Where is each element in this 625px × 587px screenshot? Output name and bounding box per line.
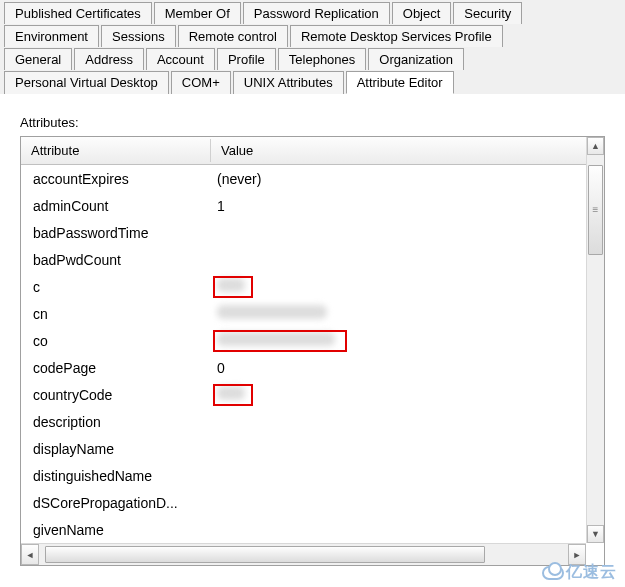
listview-header: Attribute Value <box>21 137 604 165</box>
column-header-value[interactable]: Value <box>211 139 604 162</box>
attribute-value: 0 <box>211 360 604 376</box>
table-row[interactable]: distinguishedName <box>21 462 604 489</box>
tab-password-replication[interactable]: Password Replication <box>243 2 390 24</box>
attributes-listview: Attribute Value accountExpires(never)adm… <box>20 136 605 566</box>
table-row[interactable]: codePage0 <box>21 354 604 381</box>
tab-strip: Published CertificatesMember OfPassword … <box>0 0 625 94</box>
attribute-name: co <box>21 333 211 349</box>
attribute-value <box>211 278 604 295</box>
tab-telephones[interactable]: Telephones <box>278 48 367 70</box>
tab-remote-control[interactable]: Remote control <box>178 25 288 47</box>
vscroll-thumb[interactable] <box>588 165 603 255</box>
attribute-name: badPasswordTime <box>21 225 211 241</box>
tab-general[interactable]: General <box>4 48 72 70</box>
tab-personal-virtual-desktop[interactable]: Personal Virtual Desktop <box>4 71 169 94</box>
attribute-value: (never) <box>211 171 604 187</box>
attribute-name: distinguishedName <box>21 468 211 484</box>
tab-account[interactable]: Account <box>146 48 215 70</box>
table-row[interactable]: displayName <box>21 435 604 462</box>
tab-member-of[interactable]: Member Of <box>154 2 241 24</box>
table-row[interactable]: dSCorePropagationD... <box>21 489 604 516</box>
vertical-scrollbar[interactable]: ▲ ▼ <box>586 137 604 543</box>
tab-object[interactable]: Object <box>392 2 452 24</box>
tab-remote-desktop-services-profile[interactable]: Remote Desktop Services Profile <box>290 25 503 47</box>
attribute-name: cn <box>21 306 211 322</box>
table-row[interactable]: c <box>21 273 604 300</box>
attribute-name: givenName <box>21 522 211 538</box>
redaction-box <box>213 384 253 406</box>
hscroll-track[interactable] <box>39 544 568 565</box>
table-row[interactable]: accountExpires(never) <box>21 165 604 192</box>
tab-sessions[interactable]: Sessions <box>101 25 176 47</box>
attribute-name: countryCode <box>21 387 211 403</box>
attribute-name: adminCount <box>21 198 211 214</box>
scroll-up-button[interactable]: ▲ <box>587 137 604 155</box>
column-header-attribute[interactable]: Attribute <box>21 139 211 162</box>
attribute-name: accountExpires <box>21 171 211 187</box>
tab-unix-attributes[interactable]: UNIX Attributes <box>233 71 344 94</box>
attribute-value <box>211 305 604 322</box>
table-row[interactable]: description <box>21 408 604 435</box>
horizontal-scrollbar[interactable]: ◄ ► <box>21 543 586 565</box>
tab-com-[interactable]: COM+ <box>171 71 231 94</box>
tab-address[interactable]: Address <box>74 48 144 70</box>
table-row[interactable]: co <box>21 327 604 354</box>
table-row[interactable]: badPwdCount <box>21 246 604 273</box>
attribute-name: displayName <box>21 441 211 457</box>
vscroll-track[interactable] <box>587 155 604 525</box>
attribute-name: badPwdCount <box>21 252 211 268</box>
table-row[interactable]: cn <box>21 300 604 327</box>
table-row[interactable]: badPasswordTime <box>21 219 604 246</box>
tab-attribute-editor[interactable]: Attribute Editor <box>346 71 454 94</box>
attribute-value <box>211 332 604 349</box>
tab-profile[interactable]: Profile <box>217 48 276 70</box>
attribute-value: 1 <box>211 198 604 214</box>
tab-published-certificates[interactable]: Published Certificates <box>4 2 152 24</box>
scroll-down-button[interactable]: ▼ <box>587 525 604 543</box>
attribute-name: description <box>21 414 211 430</box>
redaction-box <box>213 330 347 352</box>
tab-organization[interactable]: Organization <box>368 48 464 70</box>
watermark: 亿速云 <box>542 562 617 583</box>
attribute-name: dSCorePropagationD... <box>21 495 211 511</box>
tab-environment[interactable]: Environment <box>4 25 99 47</box>
attribute-name: codePage <box>21 360 211 376</box>
table-row[interactable]: givenName <box>21 516 604 543</box>
cloud-icon <box>542 566 564 580</box>
table-row[interactable]: countryCode <box>21 381 604 408</box>
attributes-label: Attributes: <box>20 115 605 130</box>
redaction-box <box>213 276 253 298</box>
hscroll-thumb[interactable] <box>45 546 485 563</box>
scroll-left-button[interactable]: ◄ <box>21 544 39 565</box>
table-row[interactable]: adminCount1 <box>21 192 604 219</box>
attribute-value <box>211 386 604 403</box>
attribute-editor-panel: Attributes: Attribute Value accountExpir… <box>0 95 625 566</box>
attribute-name: c <box>21 279 211 295</box>
tab-security[interactable]: Security <box>453 2 522 24</box>
